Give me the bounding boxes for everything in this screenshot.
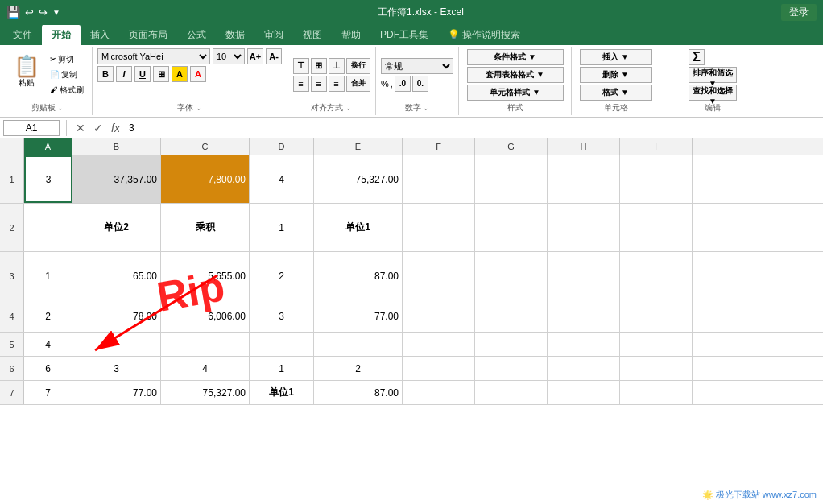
cell-g6[interactable] bbox=[475, 357, 548, 380]
confirm-formula-btn[interactable]: ✓ bbox=[91, 122, 105, 134]
cell-e6[interactable]: 2 bbox=[314, 357, 403, 380]
cell-reference-input[interactable]: A1 bbox=[3, 120, 60, 136]
cell-i2[interactable] bbox=[620, 204, 693, 251]
cut-button[interactable]: ✂剪切 bbox=[47, 52, 87, 67]
cell-a4[interactable]: 2 bbox=[24, 300, 72, 332]
cell-a2[interactable] bbox=[24, 204, 72, 251]
cell-b2[interactable]: 单位2 bbox=[72, 204, 161, 251]
cell-b7[interactable]: 77.00 bbox=[72, 381, 161, 404]
redo-icon[interactable]: ↪ bbox=[39, 6, 48, 19]
col-header-h[interactable]: H bbox=[548, 138, 620, 155]
cell-c2[interactable]: 乘积 bbox=[161, 204, 250, 251]
tab-data[interactable]: 数据 bbox=[216, 25, 254, 45]
format-cells-btn[interactable]: 格式 ▼ bbox=[580, 85, 652, 101]
col-header-i[interactable]: I bbox=[620, 138, 693, 155]
cell-b5[interactable] bbox=[72, 333, 161, 356]
cell-f2[interactable] bbox=[403, 204, 475, 251]
merge-center-button[interactable]: 合并 bbox=[346, 76, 370, 92]
cell-c5[interactable] bbox=[161, 333, 250, 356]
cell-c7[interactable]: 75,327.00 bbox=[161, 381, 250, 404]
undo-icon[interactable]: ↩ bbox=[25, 6, 34, 19]
font-size-select[interactable]: 10 bbox=[213, 48, 245, 64]
row-header-6[interactable]: 6 bbox=[0, 357, 24, 380]
sort-filter-btn[interactable]: 排序和筛选 ▼ bbox=[689, 67, 737, 83]
align-left-button[interactable]: ≡ bbox=[293, 76, 309, 92]
col-header-a[interactable]: A bbox=[24, 138, 72, 155]
cell-f7[interactable] bbox=[403, 381, 475, 404]
tab-help[interactable]: 帮助 bbox=[332, 25, 370, 45]
tab-search[interactable]: 💡 操作说明搜索 bbox=[438, 25, 530, 45]
tab-page-layout[interactable]: 页面布局 bbox=[119, 25, 177, 45]
col-header-g[interactable]: G bbox=[475, 138, 548, 155]
align-right-button[interactable]: ≡ bbox=[329, 76, 345, 92]
border-button[interactable]: ⊞ bbox=[153, 66, 169, 82]
cell-a5[interactable]: 4 bbox=[24, 333, 72, 356]
cell-d3[interactable]: 2 bbox=[250, 252, 314, 300]
cell-g3[interactable] bbox=[475, 252, 548, 300]
row-header-3[interactable]: 3 bbox=[0, 252, 24, 300]
row-header-2[interactable]: 2 bbox=[0, 204, 24, 251]
col-header-b[interactable]: B bbox=[72, 138, 161, 155]
cell-g7[interactable] bbox=[475, 381, 548, 404]
tab-home[interactable]: 开始 bbox=[42, 25, 81, 45]
cell-h6[interactable] bbox=[548, 357, 620, 380]
cell-i3[interactable] bbox=[620, 252, 693, 300]
cell-b6[interactable]: 3 bbox=[72, 357, 161, 380]
col-header-f[interactable]: F bbox=[403, 138, 475, 155]
cell-g5[interactable] bbox=[475, 333, 548, 356]
align-bottom-button[interactable]: ⊥ bbox=[329, 58, 345, 74]
paste-button[interactable]: 📋 粘贴 bbox=[8, 52, 45, 97]
cell-i6[interactable] bbox=[620, 357, 693, 380]
copy-button[interactable]: 📄复制 bbox=[47, 68, 87, 82]
cell-d1[interactable]: 4 bbox=[250, 155, 314, 203]
col-header-d[interactable]: D bbox=[250, 138, 314, 155]
cell-g1[interactable] bbox=[475, 155, 548, 203]
font-color-button[interactable]: A bbox=[190, 66, 206, 82]
conditional-format-btn[interactable]: 条件格式 ▼ bbox=[467, 49, 564, 65]
row-header-4[interactable]: 4 bbox=[0, 300, 24, 332]
cell-i1[interactable] bbox=[620, 155, 693, 203]
cell-f3[interactable] bbox=[403, 252, 475, 300]
cell-a7[interactable]: 7 bbox=[24, 381, 72, 404]
tab-view[interactable]: 视图 bbox=[293, 25, 332, 45]
increase-font-btn[interactable]: A+ bbox=[247, 48, 263, 64]
cell-h3[interactable] bbox=[548, 252, 620, 300]
cell-b4[interactable]: 78.00 bbox=[72, 300, 161, 332]
align-middle-button[interactable]: ⊞ bbox=[311, 58, 327, 74]
wrap-text-button[interactable]: 换行 bbox=[346, 58, 370, 74]
formula-input[interactable]: 3 bbox=[126, 120, 820, 136]
cancel-formula-btn[interactable]: ✕ bbox=[73, 122, 88, 134]
cell-h2[interactable] bbox=[548, 204, 620, 251]
decrease-font-btn[interactable]: A- bbox=[266, 48, 282, 64]
cell-h5[interactable] bbox=[548, 333, 620, 356]
format-painter-button[interactable]: 🖌格式刷 bbox=[47, 83, 87, 97]
col-header-c[interactable]: C bbox=[161, 138, 250, 155]
cell-h4[interactable] bbox=[548, 300, 620, 332]
customize-icon[interactable]: ▼ bbox=[52, 8, 60, 17]
cell-d5[interactable] bbox=[250, 333, 314, 356]
alignment-expand-icon[interactable]: ⌄ bbox=[345, 104, 352, 112]
cell-e1[interactable]: 75,327.00 bbox=[314, 155, 403, 203]
cell-d2[interactable]: 1 bbox=[250, 204, 314, 251]
login-button[interactable]: 登录 bbox=[781, 4, 817, 21]
increase-decimal-btn[interactable]: .0 bbox=[395, 76, 411, 92]
cell-e3[interactable]: 87.00 bbox=[314, 252, 403, 300]
cell-e7[interactable]: 87.00 bbox=[314, 381, 403, 404]
fill-color-button[interactable]: A bbox=[172, 66, 188, 82]
format-as-table-btn[interactable]: 套用表格格式 ▼ bbox=[467, 67, 564, 83]
cell-e2[interactable]: 单位1 bbox=[314, 204, 403, 251]
clipboard-expand-icon[interactable]: ⌄ bbox=[57, 104, 64, 112]
cell-f4[interactable] bbox=[403, 300, 475, 332]
cell-i5[interactable] bbox=[620, 333, 693, 356]
bold-button[interactable]: B bbox=[97, 66, 114, 82]
tab-file[interactable]: 文件 bbox=[3, 25, 42, 45]
cell-e5[interactable] bbox=[314, 333, 403, 356]
number-format-select[interactable]: 常规 bbox=[381, 58, 453, 74]
cell-c1[interactable]: 7,800.00 bbox=[161, 155, 250, 203]
cell-d6[interactable]: 1 bbox=[250, 357, 314, 380]
align-center-button[interactable]: ≡ bbox=[311, 76, 327, 92]
delete-cells-btn[interactable]: 删除 ▼ bbox=[580, 67, 652, 83]
save-icon[interactable]: 💾 bbox=[6, 6, 20, 19]
cell-g2[interactable] bbox=[475, 204, 548, 251]
cell-e4[interactable]: 77.00 bbox=[314, 300, 403, 332]
